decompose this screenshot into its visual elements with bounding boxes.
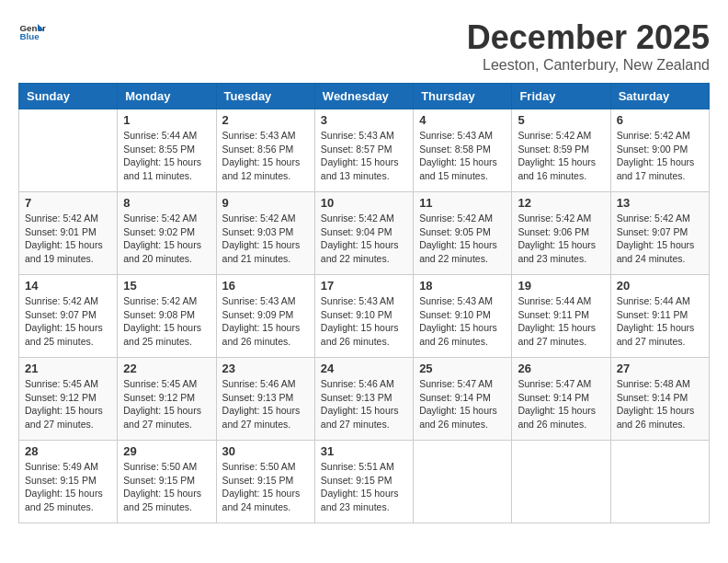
day-number: 14 bbox=[25, 279, 111, 293]
calendar-cell: 16Sunrise: 5:43 AMSunset: 9:09 PMDayligh… bbox=[216, 275, 314, 358]
calendar-cell: 17Sunrise: 5:43 AMSunset: 9:10 PMDayligh… bbox=[314, 275, 413, 358]
calendar-week-1: 1Sunrise: 5:44 AMSunset: 8:55 PMDaylight… bbox=[19, 109, 710, 192]
day-info: Sunrise: 5:43 AMSunset: 9:10 PMDaylight:… bbox=[321, 294, 407, 349]
calendar-cell: 4Sunrise: 5:43 AMSunset: 8:58 PMDaylight… bbox=[414, 109, 512, 192]
calendar-cell bbox=[512, 441, 610, 523]
day-info: Sunrise: 5:42 AMSunset: 9:05 PMDaylight:… bbox=[419, 212, 506, 266]
day-info: Sunrise: 5:46 AMSunset: 9:13 PMDaylight:… bbox=[222, 377, 309, 431]
day-number: 20 bbox=[617, 279, 703, 293]
day-number: 30 bbox=[222, 444, 309, 458]
calendar-cell bbox=[610, 441, 709, 523]
day-number: 16 bbox=[222, 279, 309, 293]
day-number: 13 bbox=[617, 196, 703, 210]
svg-text:Blue: Blue bbox=[20, 31, 40, 41]
calendar-week-5: 28Sunrise: 5:49 AMSunset: 9:15 PMDayligh… bbox=[19, 441, 710, 523]
calendar-cell bbox=[414, 441, 512, 523]
calendar-table: Sunday Monday Tuesday Wednesday Thursday… bbox=[18, 83, 710, 523]
day-info: Sunrise: 5:42 AMSunset: 9:04 PMDaylight:… bbox=[321, 212, 407, 266]
day-info: Sunrise: 5:42 AMSunset: 9:01 PMDaylight:… bbox=[25, 212, 111, 266]
calendar-cell: 7Sunrise: 5:42 AMSunset: 9:01 PMDaylight… bbox=[19, 192, 118, 275]
title-area: December 2025 Leeston, Canterbury, New Z… bbox=[467, 18, 710, 74]
header-wednesday: Wednesday bbox=[314, 84, 413, 109]
calendar-cell: 26Sunrise: 5:47 AMSunset: 9:14 PMDayligh… bbox=[512, 358, 610, 441]
calendar-cell: 12Sunrise: 5:42 AMSunset: 9:06 PMDayligh… bbox=[512, 192, 610, 275]
calendar-cell: 9Sunrise: 5:42 AMSunset: 9:03 PMDaylight… bbox=[216, 192, 314, 275]
calendar-cell: 24Sunrise: 5:46 AMSunset: 9:13 PMDayligh… bbox=[314, 358, 413, 441]
calendar-cell: 28Sunrise: 5:49 AMSunset: 9:15 PMDayligh… bbox=[19, 441, 118, 523]
day-info: Sunrise: 5:48 AMSunset: 9:14 PMDaylight:… bbox=[617, 377, 703, 431]
day-number: 12 bbox=[518, 196, 604, 210]
day-number: 26 bbox=[518, 362, 604, 375]
calendar-cell: 2Sunrise: 5:43 AMSunset: 8:56 PMDaylight… bbox=[216, 109, 314, 192]
calendar-week-2: 7Sunrise: 5:42 AMSunset: 9:01 PMDaylight… bbox=[19, 192, 710, 275]
day-number: 6 bbox=[617, 113, 703, 127]
day-number: 18 bbox=[419, 279, 506, 293]
day-number: 11 bbox=[419, 196, 506, 210]
day-number: 23 bbox=[222, 362, 309, 375]
day-info: Sunrise: 5:51 AMSunset: 9:15 PMDaylight:… bbox=[321, 460, 407, 514]
page-header: General Blue December 2025 Leeston, Cant… bbox=[18, 18, 710, 74]
day-number: 8 bbox=[123, 196, 210, 210]
day-number: 5 bbox=[518, 113, 604, 127]
day-number: 2 bbox=[222, 113, 309, 127]
day-info: Sunrise: 5:43 AMSunset: 8:56 PMDaylight:… bbox=[222, 129, 309, 183]
day-info: Sunrise: 5:47 AMSunset: 9:14 PMDaylight:… bbox=[518, 377, 604, 431]
calendar-cell: 6Sunrise: 5:42 AMSunset: 9:00 PMDaylight… bbox=[610, 109, 709, 192]
day-number: 17 bbox=[321, 279, 407, 293]
calendar-cell: 30Sunrise: 5:50 AMSunset: 9:15 PMDayligh… bbox=[216, 441, 314, 523]
day-info: Sunrise: 5:42 AMSunset: 9:02 PMDaylight:… bbox=[123, 212, 210, 266]
day-info: Sunrise: 5:44 AMSunset: 9:11 PMDaylight:… bbox=[617, 294, 703, 349]
day-number: 25 bbox=[419, 362, 506, 375]
calendar-cell: 11Sunrise: 5:42 AMSunset: 9:05 PMDayligh… bbox=[414, 192, 512, 275]
calendar-cell: 27Sunrise: 5:48 AMSunset: 9:14 PMDayligh… bbox=[610, 358, 709, 441]
calendar-cell: 25Sunrise: 5:47 AMSunset: 9:14 PMDayligh… bbox=[414, 358, 512, 441]
day-number: 15 bbox=[123, 279, 210, 293]
day-info: Sunrise: 5:42 AMSunset: 9:08 PMDaylight:… bbox=[123, 294, 210, 349]
day-number: 29 bbox=[123, 444, 210, 458]
calendar-cell: 14Sunrise: 5:42 AMSunset: 9:07 PMDayligh… bbox=[19, 275, 118, 358]
calendar-cell: 15Sunrise: 5:42 AMSunset: 9:08 PMDayligh… bbox=[118, 275, 216, 358]
day-number: 1 bbox=[123, 113, 210, 127]
calendar-cell: 3Sunrise: 5:43 AMSunset: 8:57 PMDaylight… bbox=[314, 109, 413, 192]
location-title: Leeston, Canterbury, New Zealand bbox=[467, 57, 710, 74]
day-number: 24 bbox=[321, 362, 407, 375]
day-info: Sunrise: 5:42 AMSunset: 8:59 PMDaylight:… bbox=[518, 129, 604, 183]
calendar-cell: 23Sunrise: 5:46 AMSunset: 9:13 PMDayligh… bbox=[216, 358, 314, 441]
day-info: Sunrise: 5:42 AMSunset: 9:03 PMDaylight:… bbox=[222, 212, 309, 266]
day-info: Sunrise: 5:44 AMSunset: 9:11 PMDaylight:… bbox=[518, 294, 604, 349]
calendar-cell: 8Sunrise: 5:42 AMSunset: 9:02 PMDaylight… bbox=[118, 192, 216, 275]
day-info: Sunrise: 5:43 AMSunset: 9:09 PMDaylight:… bbox=[222, 294, 309, 349]
calendar-cell: 10Sunrise: 5:42 AMSunset: 9:04 PMDayligh… bbox=[314, 192, 413, 275]
calendar-cell: 22Sunrise: 5:45 AMSunset: 9:12 PMDayligh… bbox=[118, 358, 216, 441]
day-info: Sunrise: 5:47 AMSunset: 9:14 PMDaylight:… bbox=[419, 377, 506, 431]
calendar-cell: 5Sunrise: 5:42 AMSunset: 8:59 PMDaylight… bbox=[512, 109, 610, 192]
header-tuesday: Tuesday bbox=[216, 84, 314, 109]
calendar-cell bbox=[19, 109, 118, 192]
day-info: Sunrise: 5:45 AMSunset: 9:12 PMDaylight:… bbox=[25, 377, 111, 431]
logo: General Blue bbox=[18, 18, 46, 46]
day-number: 19 bbox=[518, 279, 604, 293]
day-number: 9 bbox=[222, 196, 309, 210]
day-info: Sunrise: 5:44 AMSunset: 8:55 PMDaylight:… bbox=[123, 129, 210, 183]
header-saturday: Saturday bbox=[610, 84, 709, 109]
day-number: 10 bbox=[321, 196, 407, 210]
day-number: 31 bbox=[321, 444, 407, 458]
day-number: 4 bbox=[419, 113, 506, 127]
day-info: Sunrise: 5:43 AMSunset: 8:57 PMDaylight:… bbox=[321, 129, 407, 183]
header-friday: Friday bbox=[512, 84, 610, 109]
calendar-week-3: 14Sunrise: 5:42 AMSunset: 9:07 PMDayligh… bbox=[19, 275, 710, 358]
day-number: 7 bbox=[25, 196, 111, 210]
day-info: Sunrise: 5:49 AMSunset: 9:15 PMDaylight:… bbox=[25, 460, 111, 514]
day-info: Sunrise: 5:45 AMSunset: 9:12 PMDaylight:… bbox=[123, 377, 210, 431]
calendar-cell: 20Sunrise: 5:44 AMSunset: 9:11 PMDayligh… bbox=[610, 275, 709, 358]
day-info: Sunrise: 5:50 AMSunset: 9:15 PMDaylight:… bbox=[222, 460, 309, 514]
day-number: 3 bbox=[321, 113, 407, 127]
calendar-cell: 19Sunrise: 5:44 AMSunset: 9:11 PMDayligh… bbox=[512, 275, 610, 358]
calendar-cell: 21Sunrise: 5:45 AMSunset: 9:12 PMDayligh… bbox=[19, 358, 118, 441]
day-info: Sunrise: 5:42 AMSunset: 9:07 PMDaylight:… bbox=[617, 212, 703, 266]
calendar-cell: 29Sunrise: 5:50 AMSunset: 9:15 PMDayligh… bbox=[118, 441, 216, 523]
calendar-week-4: 21Sunrise: 5:45 AMSunset: 9:12 PMDayligh… bbox=[19, 358, 710, 441]
month-title: December 2025 bbox=[467, 18, 710, 57]
header-monday: Monday bbox=[118, 84, 216, 109]
day-info: Sunrise: 5:43 AMSunset: 9:10 PMDaylight:… bbox=[419, 294, 506, 349]
